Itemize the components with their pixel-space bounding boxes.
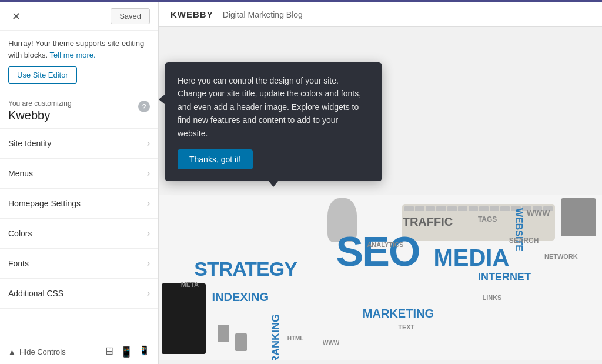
word-links: LINKS [482,294,501,301]
hide-controls-button[interactable]: ▲ Hide Controls [8,348,66,356]
tooltip-text: Here you can control the design of your … [178,74,369,140]
hide-controls-label: Hide Controls [19,348,66,356]
nav-item-colors[interactable]: Colors › [0,219,158,249]
cup-decoration [561,198,596,236]
nav-item-label: Additional CSS [8,289,63,298]
nav-item-fonts[interactable]: Fonts › [0,249,158,279]
preview-site-name: KWEBBY [170,9,213,19]
mobile-icon[interactable]: 📱 [139,345,150,358]
notice-text: Hurray! Your theme supports site editing… [8,38,150,61]
word-search: SEARCH [509,236,539,245]
clip-decoration [218,325,229,342]
nav-item-site-identity[interactable]: Site Identity › [0,129,158,159]
arrow-down-icon: ▲ [8,348,16,356]
chevron-right-icon: › [147,168,150,179]
preview-content: Here you can control the design of your … [159,27,602,360]
nav-item-label: Homepage Settings [8,199,81,208]
nav-item-label: Menus [8,169,33,178]
nav-items: Site Identity › Menus › Homepage Setting… [0,129,158,339]
nav-item-label: Site Identity [8,139,51,148]
sidebar-header: ✕ Saved [0,2,158,31]
sidebar-footer: ▲ Hide Controls 🖥 📱 📱 [0,339,158,364]
word-traffic: TRAFFIC [403,215,453,229]
device-icons: 🖥 📱 📱 [103,345,150,358]
word-analytics: ANALYTICS [367,241,403,248]
tooltip-arrow [159,95,165,104]
chevron-right-icon: › [147,228,150,239]
use-site-editor-button[interactable]: Use Site Editor [8,66,77,84]
customizing-label: You are customizing [8,99,72,108]
chevron-right-icon: › [147,198,150,209]
tell-me-more-link[interactable]: Tell me more. [50,51,96,59]
notebook-decoration [162,283,206,354]
desktop-icon[interactable]: 🖥 [103,345,114,358]
word-www-2: WWW [323,340,339,346]
word-network: NETWORK [544,253,578,260]
nav-item-menus[interactable]: Menus › [0,159,158,189]
help-icon[interactable]: ? [138,101,150,112]
preview-area: KWEBBY Digital Marketing Blog Here you c… [159,2,602,364]
seo-image: STRATEGY SEO MEDIA INDEXING RANKING MARK… [159,195,602,360]
customizing-title: Kwebby [8,109,72,122]
word-internet: INTERNET [478,271,531,283]
word-ranking: RANKING [270,314,282,360]
chevron-right-icon: › [147,138,150,149]
saved-button[interactable]: Saved [111,8,150,24]
word-text: TEXT [398,323,414,330]
chevron-right-icon: › [147,288,150,299]
tooltip-bottom-nub [269,181,278,187]
word-media: MEDIA [433,245,509,271]
clip-decoration-2 [235,333,247,351]
sidebar: ✕ Saved Hurray! Your theme supports site… [0,2,159,364]
word-seo: SEO [336,228,420,275]
word-marketing: MARKETING [363,307,434,320]
word-html: HTML [287,335,304,342]
word-meta: META [181,281,199,288]
word-www-1: WWW [527,208,550,218]
tablet-icon[interactable]: 📱 [120,345,133,358]
nav-item-additional-css[interactable]: Additional CSS › [0,279,158,309]
word-website: WEBSITE [513,208,524,251]
word-strategy: STRATEGY [194,258,297,280]
tooltip-overlay: Here you can control the design of your … [165,62,382,181]
thanks-got-it-button[interactable]: Thanks, got it! [178,149,253,169]
close-button[interactable]: ✕ [8,9,24,24]
preview-site-tagline: Digital Marketing Blog [223,10,303,19]
chevron-right-icon: › [147,258,150,269]
word-indexing: INDEXING [212,290,269,304]
notice-box: Hurray! Your theme supports site editing… [0,31,158,91]
nav-item-label: Fonts [8,259,29,268]
preview-topbar: KWEBBY Digital Marketing Blog [159,2,602,27]
word-tags: TAGS [478,215,497,223]
nav-item-label: Colors [8,229,32,238]
customizing-section: You are customizing Kwebby ? [0,91,158,129]
nav-item-homepage-settings[interactable]: Homepage Settings › [0,189,158,219]
